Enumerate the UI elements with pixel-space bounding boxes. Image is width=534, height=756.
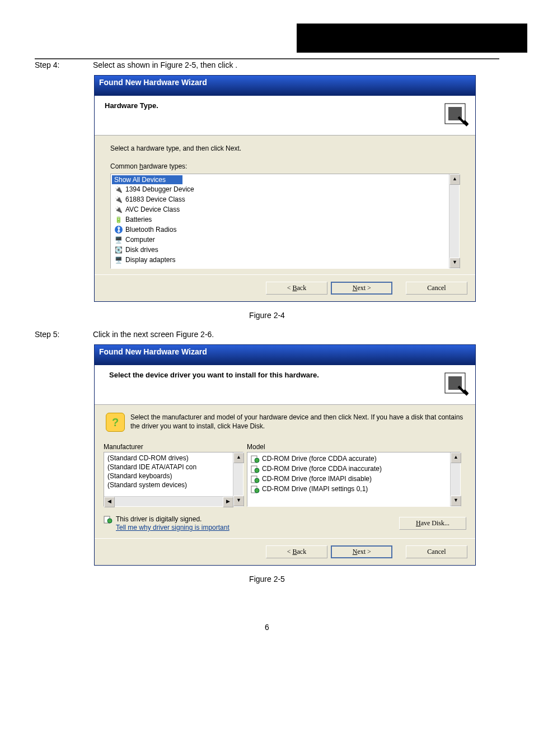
driver-signed-row: This driver is digitally signed. Tell me… [95, 510, 475, 538]
hardware-chip-icon [442, 370, 469, 396]
scroll-down-icon[interactable]: ▼ [449, 258, 460, 268]
list-item[interactable]: Show All Devices [112, 175, 182, 184]
battery-icon: 🔋 [114, 215, 123, 224]
hardware-wizard-1: Found New Hardware Wizard Hardware Type.… [94, 75, 476, 302]
step5-row: Step 5: Click in the next screen Figure … [0, 330, 534, 339]
next-button[interactable]: Next > [331, 545, 392, 558]
svg-point-16 [107, 519, 112, 523]
list-item[interactable]: (Standard CD-ROM drives) [105, 454, 232, 463]
list-item[interactable]: Bluetooth Radios [112, 225, 448, 235]
figure-2-4-caption: Figure 2-4 [0, 311, 534, 320]
cancel-button[interactable]: Cancel [406, 282, 467, 295]
manufacturer-listbox[interactable]: (Standard CD-ROM drives) (Standard IDE A… [104, 452, 243, 507]
svg-point-12 [255, 478, 259, 483]
scroll-down-icon[interactable]: ▼ [451, 496, 461, 506]
driver-signed-icon [251, 454, 260, 463]
driver-signed-icon [251, 464, 260, 473]
scroll-up-icon[interactable]: ▲ [451, 452, 461, 463]
wizard-button-row: < Back Next > Cancel [95, 538, 475, 565]
hardware-chip-icon [442, 100, 469, 127]
driver-signed-icon [104, 515, 113, 524]
computer-icon: 🖥️ [114, 235, 123, 244]
wizard-button-row: < Back Next > Cancel [95, 274, 475, 301]
list-item[interactable]: CD-ROM Drive (IMAPI settings 0,1) [249, 484, 449, 494]
vertical-scrollbar[interactable]: ▲ ▼ [450, 452, 460, 506]
list-item[interactable]: 🔋Batteries [112, 214, 448, 225]
model-label: Model [247, 443, 461, 451]
list-item[interactable]: (Standard IDE ATA/ATAPI con [105, 463, 232, 472]
wizard-instruction: Select a hardware type, and then click N… [110, 144, 460, 152]
step4-text-3: . [235, 60, 237, 69]
list-item[interactable]: 🔌1394 Debugger Device [112, 184, 448, 194]
list-item[interactable]: CD-ROM Drive (force CDDA inaccurate) [249, 464, 449, 474]
debugger-icon: 🔌 [114, 185, 123, 194]
svg-point-14 [255, 488, 259, 493]
scroll-right-icon[interactable]: ▶ [223, 497, 233, 507]
wizard-header-title: Hardware Type. [105, 101, 467, 110]
device-class-icon: 🔌 [114, 195, 123, 204]
have-disk-button[interactable]: Have Disk... [399, 517, 466, 530]
question-mark-icon: ? [106, 413, 125, 432]
display-icon: 🖥️ [114, 255, 123, 264]
avc-icon: 🔌 [114, 205, 123, 214]
vertical-scrollbar[interactable]: ▲ ▼ [449, 174, 459, 268]
wizard-info-text: Select the manufacturer and model of you… [130, 413, 464, 431]
step5-text-2: in the next screen Figure 2-6. [112, 330, 214, 339]
driver-select-panes: Manufacturer (Standard CD-ROM drives) (S… [95, 443, 475, 510]
horizontal-scrollbar[interactable]: ◀ ▶ [104, 496, 233, 506]
vertical-scrollbar[interactable]: ▲ ▼ [233, 452, 243, 506]
list-item[interactable]: 💽Disk drives [112, 245, 448, 255]
step4-text-1: Select [93, 60, 117, 69]
window-title: Found New Hardware Wizard [95, 345, 475, 365]
list-item[interactable]: 🖥️Computer [112, 235, 448, 245]
wizard-body: Select a hardware type, and then click N… [95, 136, 475, 274]
step4-text-2: as shown in Figure 2-5, then click [117, 60, 236, 69]
bluetooth-icon [114, 225, 123, 234]
disk-icon: 💽 [114, 245, 123, 254]
figure-2-5-caption: Figure 2-5 [0, 575, 534, 584]
hardware-types-label: Common hardware types: [110, 162, 460, 170]
list-item[interactable]: 🖥️Display adapters [112, 255, 448, 265]
scroll-left-icon[interactable]: ◀ [104, 497, 115, 507]
driver-signed-icon [251, 484, 260, 493]
wizard-header: Hardware Type. [95, 96, 475, 136]
driver-signed-icon [251, 474, 260, 483]
list-item[interactable]: 🔌AVC Device Class [112, 204, 448, 214]
wizard-header: Select the device driver you want to ins… [95, 365, 475, 405]
scroll-up-icon[interactable]: ▲ [233, 452, 244, 463]
divider [35, 58, 499, 59]
list-item[interactable]: (Standard system devices) [105, 480, 232, 489]
step5-label: Step 5: [35, 330, 91, 339]
list-item[interactable]: CD-ROM Drive (force IMAPI disable) [249, 474, 449, 484]
wizard-info-row: ? Select the manufacturer and model of y… [95, 405, 475, 443]
cancel-button[interactable]: Cancel [406, 545, 467, 558]
model-listbox[interactable]: CD-ROM Drive (force CDDA accurate) CD-RO… [247, 452, 461, 507]
list-item[interactable]: 🔌61883 Device Class [112, 194, 448, 204]
step4-label: Step 4: [35, 60, 91, 69]
step4-row: Step 4: Select as shown in Figure 2-5, t… [0, 60, 534, 69]
step5-text-1: Click [93, 330, 112, 339]
window-title: Found New Hardware Wizard [95, 76, 475, 96]
back-button[interactable]: < Back [266, 282, 327, 295]
wizard-header-title: Select the device driver you want to ins… [109, 371, 467, 379]
driver-signing-link[interactable]: Tell me why driver signing is important [116, 524, 229, 531]
hardware-types-listbox[interactable]: Show All Devices 🔌1394 Debugger Device 🔌… [110, 174, 460, 269]
manufacturer-label: Manufacturer [104, 443, 243, 451]
list-item[interactable]: CD-ROM Drive (force CDDA accurate) [249, 454, 449, 464]
driver-signed-text: This driver is digitally signed. [116, 515, 202, 523]
scroll-down-icon[interactable]: ▼ [233, 496, 244, 506]
next-button[interactable]: Next > [331, 282, 392, 295]
list-item[interactable]: (Standard keyboards) [105, 472, 232, 480]
hardware-wizard-2: Found New Hardware Wizard Select the dev… [94, 344, 476, 566]
back-button[interactable]: < Back [266, 545, 327, 558]
svg-point-8 [255, 458, 259, 463]
scroll-up-icon[interactable]: ▲ [449, 174, 460, 185]
svg-point-10 [255, 468, 259, 473]
page-number: 6 [0, 623, 534, 632]
